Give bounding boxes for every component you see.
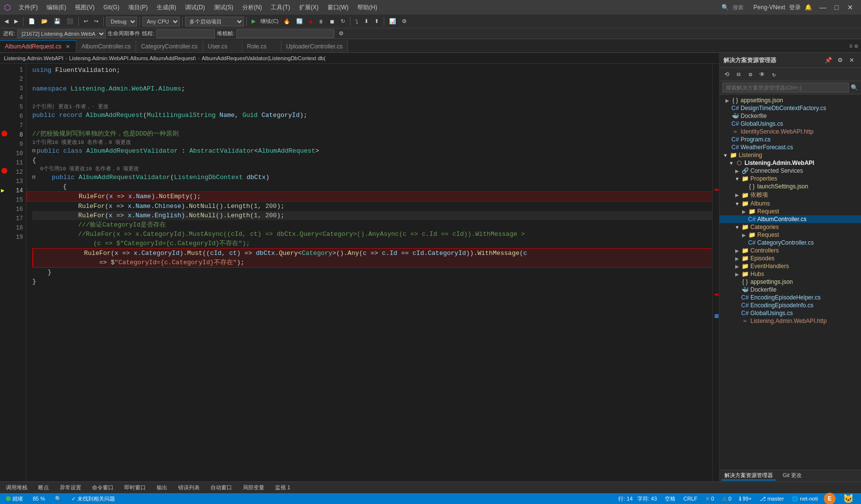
platform-select[interactable]: Any CPU — [142, 17, 180, 26]
se-git-tab[interactable]: Git 更改 — [780, 471, 805, 481]
se-close-button[interactable]: ✕ — [846, 55, 857, 66]
zoom-icon[interactable]: 🔍 — [53, 496, 64, 502]
tree-item-listening-http[interactable]: ≈ Listening.Admin.WebAPI.http — [720, 317, 861, 325]
step-over-button[interactable]: ⤵ — [353, 18, 361, 25]
se-properties-button[interactable]: ⚙ — [745, 69, 756, 80]
maximize-button[interactable]: □ — [830, 2, 843, 13]
menu-build[interactable]: 生成(B) — [153, 2, 180, 13]
menu-project[interactable]: 项目(P) — [124, 2, 152, 13]
se-collapse-button[interactable]: ⊟ — [733, 69, 744, 80]
locals-tab[interactable]: 局部变量 — [240, 483, 267, 492]
tree-item-designtime[interactable]: C# DesignTimeDbContextFactory.cs — [720, 104, 861, 112]
se-show-all-button[interactable]: 👁 — [757, 69, 768, 80]
tree-item-weatherforecast-root[interactable]: C# WeatherForecast.cs — [720, 143, 861, 151]
pause-button[interactable]: ⏸ — [316, 18, 326, 25]
hot-reload-button[interactable]: 🔥 — [281, 17, 293, 25]
auto-tab[interactable]: 自动窗口 — [208, 483, 235, 492]
tree-item-appsettings[interactable]: { } appsettings.json — [720, 278, 861, 286]
undo-button[interactable]: ↩ — [81, 17, 91, 25]
breadcrumb-method[interactable]: AlbumAddRequestValidator(ListeningDbCont… — [202, 55, 326, 61]
back-button[interactable]: ◀ — [2, 17, 11, 25]
se-solution-explorer-tab[interactable]: 解决方案资源管理器 — [721, 471, 776, 481]
output-tab[interactable]: 输出 — [154, 483, 170, 492]
tree-item-properties[interactable]: ▼ 📁 Properties — [720, 175, 861, 183]
tree-item-categories[interactable]: ▼ 📁 Categories — [720, 223, 861, 231]
tree-item-encoding-helper[interactable]: C# EncodingEpisodeHelper.cs — [720, 294, 861, 301]
tab-album-add-request[interactable]: AlbumAddRequest.cs ✕ — [0, 40, 76, 52]
tree-item-globalusings[interactable]: C# GlobalUsings.cs — [720, 309, 861, 317]
se-sync-button[interactable]: ⟲ — [721, 69, 732, 80]
stack-input[interactable] — [236, 29, 334, 38]
tree-item-albums-request[interactable]: ▶ 📁 Request — [720, 207, 861, 215]
exceptions-tab[interactable]: 异常设置 — [57, 483, 84, 492]
tab-user[interactable]: User.cs — [203, 40, 242, 52]
tab-uploader-controller[interactable]: UploaderController.cs — [281, 40, 348, 52]
tab-album-controller[interactable]: AlbumController.cs — [76, 40, 136, 52]
breadcrumb-class[interactable]: Listening.Admin.WebAPI.Albums.AlbumAddRe… — [69, 55, 196, 61]
debug-config-select[interactable]: Debug — [106, 17, 137, 26]
callstack-tab[interactable]: 调用堆栈 — [3, 483, 30, 492]
profile-button[interactable]: 📊 — [387, 17, 398, 25]
menu-view[interactable]: 视图(V) — [71, 2, 98, 13]
menu-help[interactable]: 帮助(H) — [353, 2, 381, 13]
warnings-status[interactable]: ⚠ 0 — [720, 496, 733, 502]
tab-overflow-button[interactable]: ≡ ⚙ — [846, 40, 861, 52]
se-refresh-button[interactable]: ↻ — [768, 69, 779, 80]
code-content[interactable]: using FluentValidation; namespace Listen… — [26, 64, 712, 481]
no-issues-status[interactable]: ✓ 未找到相关问题 — [70, 495, 117, 503]
scroll-thumb[interactable] — [715, 314, 719, 318]
tab-role[interactable]: Role.cs — [242, 40, 281, 52]
tree-item-identityhttp[interactable]: ≈ IdentityService.WebAPI.http — [720, 128, 861, 136]
minimize-button[interactable]: — — [816, 2, 830, 13]
encoding-status[interactable]: CRLF — [681, 496, 699, 502]
tree-item-episodes[interactable]: ▶ 📁 Episodes — [720, 254, 861, 262]
tree-item-connected-services[interactable]: ▶ 🔗 Connected Services — [720, 167, 861, 175]
tree-item-categorycontroller[interactable]: C# CategoryController.cs — [720, 239, 861, 247]
tree-item-controllers[interactable]: ▶ 📁 Controllers — [720, 247, 861, 254]
forward-button[interactable]: ▶ — [12, 17, 21, 25]
messages-status[interactable]: ℹ 99+ — [737, 496, 754, 502]
indicator-strip[interactable] — [712, 64, 719, 481]
command-tab[interactable]: 命令窗口 — [89, 483, 116, 492]
menu-edit[interactable]: 编辑(E) — [43, 2, 70, 13]
tab-close-icon[interactable]: ✕ — [64, 43, 71, 50]
save-all-button[interactable]: ⬛ — [64, 17, 76, 25]
tree-item-dockerfile[interactable]: 🐳 Dockerfile — [720, 286, 861, 294]
tree-item-hubs[interactable]: ▶ 📁 Hubs — [720, 270, 861, 278]
new-file-button[interactable]: 📄 — [26, 17, 38, 25]
menu-debug[interactable]: 调试(D) — [181, 2, 209, 13]
save-button[interactable]: 💾 — [51, 17, 63, 25]
network-status[interactable]: 🌐 net-noti — [790, 496, 820, 502]
redo-button[interactable]: ↪ — [92, 17, 101, 25]
tab-category-controller[interactable]: CategoryController.cs — [136, 40, 203, 52]
step-into-button[interactable]: ⬇ — [362, 17, 371, 25]
tree-item-appsettings-root[interactable]: ▶ { } appsettings.json — [720, 96, 861, 104]
notifications-icon[interactable]: 🔔 — [805, 4, 812, 11]
stack-settings-btn[interactable]: ⚙ — [336, 29, 346, 38]
open-button[interactable]: 📂 — [39, 17, 50, 25]
tree-item-albums[interactable]: ▼ 📁 Albums — [720, 200, 861, 207]
restart-button[interactable]: 🔄 — [294, 17, 305, 25]
menu-analyze[interactable]: 分析(N) — [238, 2, 266, 13]
tree-item-launchsettings[interactable]: { } launchSettings.json — [720, 183, 861, 190]
branch-status[interactable]: ⎇ master — [758, 496, 786, 502]
menu-git[interactable]: Git(G) — [99, 3, 123, 12]
ready-status[interactable]: 就绪 — [4, 495, 25, 503]
errors-status[interactable]: ✕ 0 — [703, 496, 716, 502]
tree-item-globalusings-root[interactable]: C# GlobalUsings.cs — [720, 120, 861, 128]
close-button[interactable]: ✕ — [843, 2, 857, 13]
se-search-input[interactable] — [722, 83, 849, 92]
tree-item-project[interactable]: ▼ ⬡ Listening.Admin.WebAPI — [720, 159, 861, 167]
menu-file[interactable]: 文件(F) — [15, 2, 42, 13]
step-out-button[interactable]: ⬆ — [372, 17, 381, 25]
tree-item-dockerfile-root[interactable]: 🐳 Dockerfile — [720, 112, 861, 120]
menu-extensions[interactable]: 扩展(X) — [295, 2, 323, 13]
tree-item-encoding-info[interactable]: C# EncodingEpisodeInfo.cs — [720, 301, 861, 309]
breakpoints-tab[interactable]: 断点 — [35, 483, 52, 492]
stop-button[interactable]: ■ — [306, 18, 315, 25]
startup-select[interactable]: 多个启动项目 — [185, 17, 244, 26]
stop2-button[interactable]: ⏹ — [327, 18, 337, 25]
tree-item-program-root[interactable]: C# Program.cs — [720, 136, 861, 143]
run-button[interactable]: ▶ — [249, 17, 258, 25]
avatar[interactable]: E — [824, 493, 836, 504]
